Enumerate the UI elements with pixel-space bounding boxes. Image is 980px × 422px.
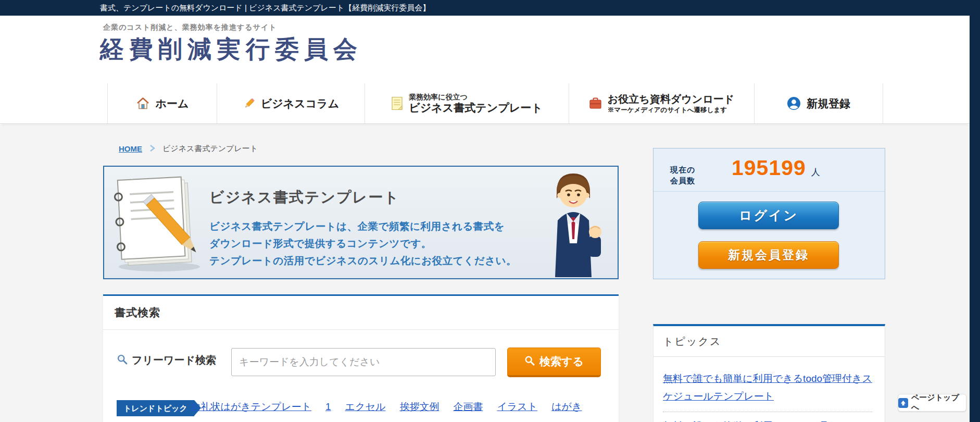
businessman-illustration [543,170,606,279]
banner-line-1: ビジネス書式テンプレートは、企業で頻繁に利用される書式を [209,218,517,235]
topics-heading: トピックス [663,334,721,349]
login-button[interactable]: ログイン [698,202,839,229]
chevron-right-icon [149,144,155,154]
nav-label: お役立ち資料ダウンロード [608,93,734,105]
topic-link[interactable]: 無料で誰でも簡単に利用できるtodo管理付きスケジュールテンプレート [663,370,872,405]
search-button[interactable]: 検索する [507,347,601,377]
member-count-unit: 人 [811,166,820,178]
document-icon [391,96,403,110]
notebook-illustration [111,172,205,276]
trend-topic-links: お礼状はがきテンプレート 1 エクセル 挨拶文例 企画書 イラスト はがき 提案… [191,399,597,422]
topic-link[interactable]: 無料で誰でも簡単に利用できる3ヶ月スケジュ [663,417,872,422]
nav-item-home[interactable]: ホーム [107,83,217,123]
freeword-search-label: フリーワード検索 [117,353,216,367]
banner-description: ビジネス書式テンプレートは、企業で頻繁に利用される書式を ダウンロード形式で提供… [209,218,517,269]
nav-label: ホーム [156,96,189,111]
banner-line-2: ダウンロード形式で提供するコンテンツです。 [209,235,517,252]
page-canvas: 企業のコスト削減と、業務効率を推進するサイト 経費削減実行委員会 ホーム [0,16,970,422]
briefcase-icon [589,97,602,109]
search-icon-white [524,355,535,368]
nav-item-business-column[interactable]: ビジネスコラム [217,83,365,123]
search-section-heading: 書式検索 [115,305,160,320]
divider [654,356,885,357]
site-tagline: 企業のコスト削減と、業務効率を推進するサイト [103,23,277,32]
trend-link[interactable]: 挨拶文例 [399,399,439,415]
freeword-label-text: フリーワード検索 [132,353,216,367]
keyword-input[interactable] [231,348,496,376]
member-count-label: 現在の 会員数 [670,164,695,186]
member-count-box: 現在の 会員数 195199 人 ログイン 新規会員登録 [653,148,885,279]
member-label-line2: 会員数 [670,175,695,186]
trend-link[interactable]: エクセル [345,399,386,415]
dotted-divider [663,412,872,412]
breadcrumb: HOME ビジネス書式テンプレート [119,144,258,154]
nav-item-signup[interactable]: 新規登録 [754,83,883,123]
nav-label: 新規登録 [807,96,850,111]
nav-item-business-templates[interactable]: 業務効率に役立つ ビジネス書式テンプレート [365,83,569,123]
breadcrumb-home-link[interactable]: HOME [119,144,142,153]
document-search-section: 書式検索 フリーワード検索 検索する トレンドトピック お礼状はがきテ [103,294,619,422]
topics-section: トピックス 無料で誰でも簡単に利用できるtodo管理付きスケジュールテンプレート… [653,324,885,422]
trend-link[interactable]: お礼状はがきテンプレート [191,399,311,415]
top-title-bar: 書式、テンプレートの無料ダウンロード | ビジネス書式テンプレート【経費削減実行… [0,0,980,16]
member-count: 195199 人 [732,156,820,180]
nav-label: ビジネス書式テンプレート [409,101,542,114]
nav-note: ※マーケメディアのサイトへ遷移します [608,106,734,114]
member-label-line1: 現在の [670,164,695,175]
banner-line-3: テンプレートの活用でビジネスのスリム化にお役立てください。 [209,252,517,269]
trend-link[interactable]: はがき [551,399,582,415]
register-button[interactable]: 新規会員登録 [698,241,839,269]
topics-links: 無料で誰でも簡単に利用できるtodo管理付きスケジュールテンプレート 無料で誰で… [663,370,872,422]
main-navigation: ホーム ビジネスコラム [0,83,970,124]
divider [103,329,619,330]
home-icon [136,97,150,110]
search-button-label: 検索する [539,354,584,369]
person-icon [787,96,801,110]
trend-link[interactable]: イラスト [497,399,537,415]
hero-banner: ビジネス書式テンプレート ビジネス書式テンプレートは、企業で頻繁に利用される書式… [103,166,619,279]
page-top-button[interactable]: ページトップへ [898,394,966,412]
nav-sublabel: 業務効率に役立つ [409,93,542,102]
trend-link[interactable]: 企画書 [453,399,483,415]
pencil-icon [243,97,255,110]
nav-item-download-materials[interactable]: お役立ち資料ダウンロード ※マーケメディアのサイトへ遷移します [569,83,754,123]
divider [654,191,885,192]
member-count-value: 195199 [732,156,806,180]
search-icon [117,354,128,367]
site-logo[interactable]: 経費削減実行委員会 [100,33,362,66]
nav-label: ビジネスコラム [261,96,339,111]
banner-title: ビジネス書式テンプレート [209,188,400,207]
up-arrow-icon [898,398,908,408]
page-top-label: ページトップへ [911,393,966,413]
trend-link[interactable]: 1 [325,399,331,415]
breadcrumb-current: ビジネス書式テンプレート [162,144,258,154]
trend-topic-badge: トレンドトピック [117,400,194,416]
